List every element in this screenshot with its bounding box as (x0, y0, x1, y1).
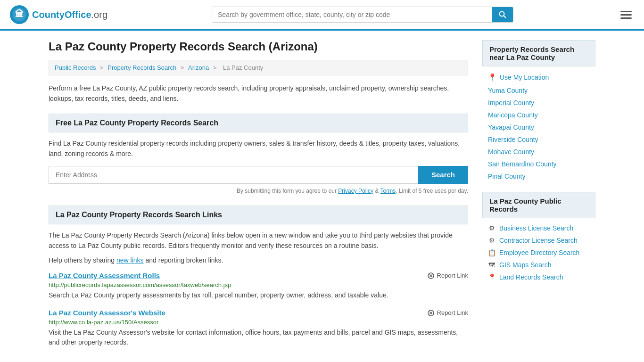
content-area: La Paz County Property Records Search (A… (49, 40, 468, 359)
breadcrumb-current: La Paz County (223, 64, 263, 71)
breadcrumb-sep-3: > (213, 64, 218, 71)
gis-maps-search-link[interactable]: GIS Maps Search (499, 261, 552, 269)
nearby-county-link-yuma[interactable]: Yuma County (488, 87, 528, 94)
logo-icon: 🏛 (9, 5, 29, 25)
nearby-counties: Yuma County Imperial County Maricopa Cou… (482, 84, 595, 182)
employee-directory-search-link[interactable]: Employee Directory Search (499, 249, 579, 256)
nearby-county-yavapai: Yavapai County (482, 121, 595, 133)
breadcrumb-public-records[interactable]: Public Records (55, 64, 96, 71)
record-desc-2: Visit the La Paz County Assessor's websi… (49, 328, 468, 347)
report-link-label-2: Report Link (437, 309, 468, 316)
logo-text: CountyOffice.org (32, 9, 107, 20)
sidebar-record-contractor-license: ⚙ Contractor License Search (482, 234, 595, 247)
report-link-button-2[interactable]: Report Link (427, 309, 468, 317)
hamburger-menu-button[interactable] (618, 8, 635, 22)
page-description: Perform a free La Paz County, AZ public … (49, 83, 468, 104)
location-pin-icon: 📍 (488, 73, 497, 82)
record-link-item: La Paz County Assessment Rolls Report Li… (49, 272, 468, 300)
report-link-label-1: Report Link (437, 272, 468, 279)
hamburger-line-1 (620, 11, 632, 12)
sidebar: Property Records Search near La Paz Coun… (482, 40, 595, 359)
svg-line-4 (504, 16, 506, 18)
terms-link[interactable]: Terms (380, 188, 396, 194)
contractor-license-search-link[interactable]: Contractor License Search (499, 237, 578, 244)
record-link-header: La Paz County Assessment Rolls Report Li… (49, 272, 468, 280)
svg-text:🏛: 🏛 (15, 9, 24, 19)
breadcrumb-arizona[interactable]: Arizona (188, 64, 209, 71)
map-icon-gis: 🗺 (488, 261, 495, 269)
nearby-county-yuma: Yuma County (482, 84, 595, 97)
nearby-county-pinal: Pinal County (482, 170, 595, 182)
gear-icon-business: ⚙ (488, 224, 495, 232)
page-title: La Paz County Property Records Search (A… (49, 40, 468, 53)
hamburger-line-2 (620, 14, 632, 16)
nearby-county-san-bernardino: San Bernardino County (482, 158, 595, 170)
search-icon (499, 11, 506, 18)
free-search-heading: Free La Paz County Property Records Sear… (49, 114, 468, 132)
record-link-item-2: La Paz County Assessor's Website Report … (49, 309, 468, 347)
nearby-county-link-imperial[interactable]: Imperial County (488, 99, 534, 107)
sidebar-record-employee-directory: 📋 Employee Directory Search (482, 247, 595, 259)
links-description: The La Paz County Property Records Searc… (49, 230, 468, 251)
svg-point-3 (500, 12, 504, 16)
record-link-title-1[interactable]: La Paz County Assessment Rolls (49, 272, 160, 280)
sharing-text: Help others by sharing new links and rep… (49, 256, 468, 264)
nearby-county-link-san-bernardino[interactable]: San Bernardino County (488, 160, 557, 168)
sidebar-record-business-license: ⚙ Business License Search (482, 222, 595, 234)
breadcrumb-sep-1: > (100, 64, 105, 71)
nearby-county-mohave: Mohave County (482, 146, 595, 158)
search-submit-button[interactable]: Search (418, 166, 468, 184)
list-icon-employee: 📋 (488, 249, 495, 256)
public-records-heading: La Paz County Public Records (482, 192, 595, 218)
breadcrumb-property-records-search[interactable]: Property Records Search (107, 64, 176, 71)
use-my-location-link[interactable]: Use My Location (500, 74, 549, 81)
nearby-county-maricopa: Maricopa County (482, 109, 595, 121)
breadcrumb: Public Records > Property Records Search… (49, 60, 468, 75)
sidebar-record-land-records: 📍 Land Records Search (482, 271, 595, 283)
address-input[interactable] (49, 166, 418, 184)
new-links-link[interactable]: new links (116, 256, 144, 264)
breadcrumb-sep-2: > (181, 64, 186, 71)
nearby-county-link-yavapai[interactable]: Yavapai County (488, 123, 534, 131)
links-section: La Paz County Property Records Search Li… (49, 206, 468, 348)
hamburger-line-3 (620, 17, 632, 19)
header-search-button[interactable] (492, 7, 513, 22)
report-icon-1 (427, 272, 435, 280)
nearby-county-link-mohave[interactable]: Mohave County (488, 148, 534, 156)
business-license-search-link[interactable]: Business License Search (499, 224, 573, 232)
privacy-policy-link[interactable]: Privacy Policy (338, 188, 373, 194)
search-description: Find La Paz County residential property … (49, 138, 468, 159)
record-url-1: http://publicrecords.lapazassessor.com/a… (49, 281, 468, 288)
nearby-county-link-maricopa[interactable]: Maricopa County (488, 111, 538, 119)
nearby-county-riverside: Riverside County (482, 133, 595, 146)
nearby-county-link-riverside[interactable]: Riverside County (488, 136, 538, 143)
nearby-county-link-pinal[interactable]: Pinal County (488, 173, 525, 180)
gear-icon-contractor: ⚙ (488, 237, 495, 244)
report-link-button-1[interactable]: Report Link (427, 272, 468, 280)
property-search-section: Free La Paz County Property Records Sear… (49, 114, 468, 194)
form-disclaimer: By submitting this form you agree to our… (49, 188, 468, 194)
header-search-input[interactable] (212, 7, 492, 22)
sidebar-record-gis-maps: 🗺 GIS Maps Search (482, 259, 595, 271)
header-search-bar (212, 7, 513, 23)
main-container: La Paz County Property Records Search (A… (39, 31, 605, 362)
links-section-heading: La Paz County Property Records Search Li… (49, 206, 468, 224)
record-link-header-2: La Paz County Assessor's Website Report … (49, 309, 468, 317)
pin-icon-land: 📍 (488, 273, 495, 281)
record-link-title-2[interactable]: La Paz County Assessor's Website (49, 309, 165, 317)
report-icon-2 (427, 309, 435, 317)
use-location-item: 📍 Use My Location (482, 70, 595, 84)
public-records-section: La Paz County Public Records ⚙ Business … (482, 192, 595, 283)
record-desc-1: Search La Paz County property assessment… (49, 290, 468, 300)
site-header: 🏛 CountyOffice.org (0, 0, 644, 31)
land-records-search-link[interactable]: Land Records Search (499, 273, 563, 281)
logo-area: 🏛 CountyOffice.org (9, 5, 107, 25)
record-url-2: http://www.co.la-paz.az.us/150/Assessor (49, 319, 468, 326)
nearby-section-header: Property Records Search near La Paz Coun… (482, 40, 595, 66)
nearby-county-imperial: Imperial County (482, 97, 595, 109)
address-search-form: Search (49, 166, 468, 184)
